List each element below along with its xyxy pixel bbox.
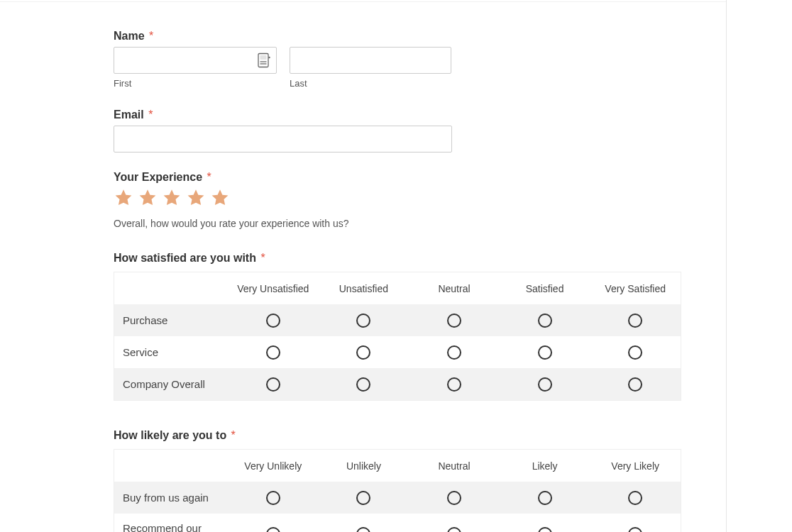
email-label: Email * xyxy=(114,109,681,121)
radio-option[interactable] xyxy=(538,314,552,328)
likelihood-header-blank xyxy=(114,450,228,482)
likelihood-col-header: Very Likely xyxy=(590,450,681,482)
name-section: Name * xyxy=(114,30,681,89)
experience-label: Your Experience * xyxy=(114,171,681,184)
table-row: Company Overall xyxy=(114,368,681,400)
email-required-star: * xyxy=(148,109,153,121)
row-label: Company Overall xyxy=(114,368,228,400)
satisfaction-col-header: Neutral xyxy=(409,272,500,304)
name-label: Name * xyxy=(114,30,681,43)
star-icon[interactable] xyxy=(114,188,133,208)
radio-option[interactable] xyxy=(447,314,461,328)
likelihood-table: Very Unlikely Unlikely Neutral Likely Ve… xyxy=(114,449,681,532)
table-row: Recommend our product to others xyxy=(114,514,681,532)
radio-option[interactable] xyxy=(266,345,280,360)
satisfaction-section: How satisfied are you with * Very Unsati… xyxy=(114,252,681,401)
radio-option[interactable] xyxy=(266,491,280,505)
first-name-input[interactable] xyxy=(114,47,277,74)
first-name-sublabel: First xyxy=(114,78,277,89)
likelihood-col-header: Neutral xyxy=(409,450,500,482)
email-input[interactable] xyxy=(114,126,452,153)
satisfaction-table: Very Unsatisfied Unsatisfied Neutral Sat… xyxy=(114,272,681,401)
email-section: Email * xyxy=(114,109,681,153)
table-row: Purchase xyxy=(114,304,681,336)
radio-option[interactable] xyxy=(538,377,552,392)
radio-option[interactable] xyxy=(538,491,552,505)
radio-option[interactable] xyxy=(356,527,370,532)
satisfaction-col-header: Unsatisfied xyxy=(319,272,409,304)
radio-option[interactable] xyxy=(266,314,280,328)
star-icon[interactable] xyxy=(162,188,182,208)
experience-section: Your Experience * xyxy=(114,171,681,229)
name-required-star: * xyxy=(149,30,153,42)
experience-label-text: Your Experience xyxy=(114,171,202,183)
likelihood-col-header: Unlikely xyxy=(319,450,409,482)
likelihood-label: How likely are you to * xyxy=(114,429,681,442)
email-label-text: Email xyxy=(114,109,144,121)
star-icon[interactable] xyxy=(210,188,230,208)
radio-option[interactable] xyxy=(538,527,552,532)
satisfaction-label: How satisfied are you with * xyxy=(114,252,681,265)
satisfaction-label-text: How satisfied are you with xyxy=(114,252,256,264)
star-icon[interactable] xyxy=(186,188,206,208)
likelihood-header-row: Very Unlikely Unlikely Neutral Likely Ve… xyxy=(114,450,681,482)
radio-option[interactable] xyxy=(447,527,461,532)
radio-option[interactable] xyxy=(356,314,370,328)
satisfaction-required-star: * xyxy=(260,252,265,264)
radio-option[interactable] xyxy=(447,491,461,505)
radio-option[interactable] xyxy=(266,377,280,392)
radio-option[interactable] xyxy=(356,377,370,392)
satisfaction-col-header: Satisfied xyxy=(500,272,590,304)
form-panel: Name * xyxy=(0,0,727,532)
top-divider xyxy=(0,1,726,2)
radio-option[interactable] xyxy=(628,527,642,532)
satisfaction-col-header: Very Unsatisfied xyxy=(228,272,319,304)
table-row: Service xyxy=(114,336,681,368)
name-label-text: Name xyxy=(114,30,145,42)
radio-option[interactable] xyxy=(628,314,642,328)
star-rating xyxy=(114,188,681,208)
radio-option[interactable] xyxy=(356,345,370,360)
row-label: Buy from us again xyxy=(114,482,228,514)
likelihood-required-star: * xyxy=(231,429,236,441)
radio-option[interactable] xyxy=(447,377,461,392)
satisfaction-header-blank xyxy=(114,272,228,304)
row-label: Service xyxy=(114,336,228,368)
likelihood-section: How likely are you to * Very Unlikely Un… xyxy=(114,429,681,532)
radio-option[interactable] xyxy=(628,377,642,392)
last-name-input[interactable] xyxy=(290,47,451,74)
radio-option[interactable] xyxy=(628,345,642,360)
experience-required-star: * xyxy=(207,171,211,183)
likelihood-col-header: Very Unlikely xyxy=(228,450,319,482)
table-row: Buy from us again xyxy=(114,482,681,514)
radio-option[interactable] xyxy=(628,491,642,505)
experience-help-text: Overall, how would you rate your experie… xyxy=(114,218,681,229)
radio-option[interactable] xyxy=(538,345,552,360)
radio-option[interactable] xyxy=(356,491,370,505)
likelihood-label-text: How likely are you to xyxy=(114,429,226,441)
last-name-sublabel: Last xyxy=(290,78,451,89)
row-label: Recommend our product to others xyxy=(114,514,228,532)
radio-option[interactable] xyxy=(266,527,280,532)
row-label: Purchase xyxy=(114,304,228,336)
star-icon[interactable] xyxy=(138,188,158,208)
radio-option[interactable] xyxy=(447,345,461,360)
satisfaction-col-header: Very Satisfied xyxy=(590,272,681,304)
satisfaction-header-row: Very Unsatisfied Unsatisfied Neutral Sat… xyxy=(114,272,681,304)
likelihood-col-header: Likely xyxy=(500,450,590,482)
